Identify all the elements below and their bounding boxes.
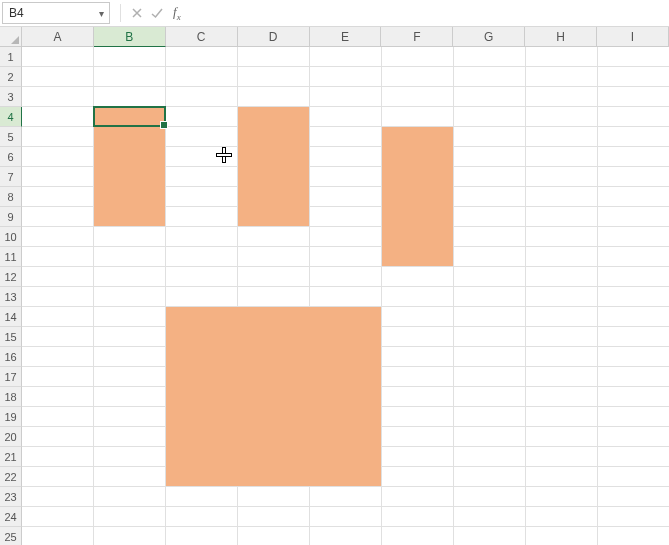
- separator: [120, 4, 121, 22]
- row-header-9[interactable]: 9: [0, 207, 22, 227]
- formula-input[interactable]: [187, 2, 669, 24]
- row-header-1[interactable]: 1: [0, 47, 22, 67]
- row-header-22[interactable]: 22: [0, 467, 22, 487]
- row-header-4[interactable]: 4: [0, 107, 22, 127]
- name-box-value: B4: [3, 6, 93, 20]
- column-header-H[interactable]: H: [525, 27, 597, 47]
- column-header-C[interactable]: C: [166, 27, 238, 47]
- column-headers: ABCDEFGHI: [0, 27, 669, 47]
- row-header-25[interactable]: 25: [0, 527, 22, 545]
- filled-range[interactable]: [94, 107, 165, 226]
- cancel-icon: [127, 3, 147, 23]
- enter-icon: [147, 3, 167, 23]
- name-box[interactable]: B4 ▾: [2, 2, 110, 24]
- excel-window: { "formula_bar": { "name_box": "B4", "fo…: [0, 0, 669, 545]
- row-header-5[interactable]: 5: [0, 127, 22, 147]
- fx-icon[interactable]: fx: [173, 4, 181, 22]
- row-header-6[interactable]: 6: [0, 147, 22, 167]
- row-header-20[interactable]: 20: [0, 427, 22, 447]
- column-header-G[interactable]: G: [453, 27, 525, 47]
- row-header-21[interactable]: 21: [0, 447, 22, 467]
- row-header-18[interactable]: 18: [0, 387, 22, 407]
- row-header-10[interactable]: 10: [0, 227, 22, 247]
- row-header-17[interactable]: 17: [0, 367, 22, 387]
- formula-bar: B4 ▾ fx: [0, 0, 669, 27]
- row-header-23[interactable]: 23: [0, 487, 22, 507]
- filled-range[interactable]: [382, 127, 453, 266]
- chevron-down-icon[interactable]: ▾: [93, 8, 109, 19]
- cells-area[interactable]: [22, 47, 669, 545]
- row-header-16[interactable]: 16: [0, 347, 22, 367]
- select-all-corner[interactable]: [0, 27, 22, 47]
- row-headers: 1234567891011121314151617181920212223242…: [0, 47, 22, 545]
- row-header-13[interactable]: 13: [0, 287, 22, 307]
- column-header-D[interactable]: D: [238, 27, 310, 47]
- row-header-8[interactable]: 8: [0, 187, 22, 207]
- filled-range[interactable]: [166, 307, 381, 486]
- row-header-2[interactable]: 2: [0, 67, 22, 87]
- column-header-F[interactable]: F: [381, 27, 453, 47]
- row-header-11[interactable]: 11: [0, 247, 22, 267]
- column-header-B[interactable]: B: [94, 27, 166, 47]
- row-header-19[interactable]: 19: [0, 407, 22, 427]
- filled-range[interactable]: [238, 107, 309, 226]
- column-header-E[interactable]: E: [310, 27, 382, 47]
- row-header-14[interactable]: 14: [0, 307, 22, 327]
- row-header-12[interactable]: 12: [0, 267, 22, 287]
- column-header-I[interactable]: I: [597, 27, 669, 47]
- row-header-3[interactable]: 3: [0, 87, 22, 107]
- row-header-7[interactable]: 7: [0, 167, 22, 187]
- column-header-A[interactable]: A: [22, 27, 94, 47]
- row-header-24[interactable]: 24: [0, 507, 22, 527]
- spreadsheet-grid[interactable]: ABCDEFGHI 123456789101112131415161718192…: [0, 27, 669, 545]
- row-header-15[interactable]: 15: [0, 327, 22, 347]
